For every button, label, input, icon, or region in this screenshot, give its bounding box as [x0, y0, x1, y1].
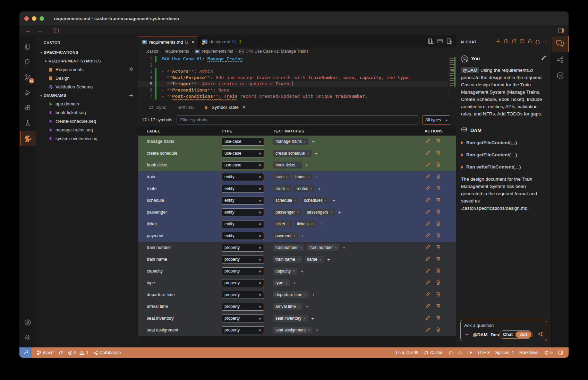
add-match-button[interactable]: + — [314, 151, 318, 156]
remove-match-icon[interactable]: × — [311, 222, 313, 226]
add-match-button[interactable]: + — [317, 186, 322, 191]
edit-symbol-icon[interactable] — [425, 280, 431, 286]
tool-call[interactable]: Ran writeFileContent(…) — [461, 163, 546, 171]
text-match-chip[interactable]: manage trains× — [273, 138, 308, 145]
remove-match-icon[interactable]: × — [304, 293, 306, 297]
delete-symbol-icon[interactable] — [436, 174, 441, 180]
close-tab-icon[interactable]: ✕ — [191, 40, 195, 45]
remove-match-icon[interactable]: × — [335, 246, 337, 250]
delete-symbol-icon[interactable] — [436, 315, 441, 321]
toggle-secondary-sidebar-icon[interactable] — [558, 28, 564, 33]
delete-symbol-icon[interactable] — [436, 221, 441, 227]
edit-symbol-icon[interactable] — [425, 185, 431, 192]
type-select[interactable]: property∨ — [222, 291, 264, 299]
edit-symbol-icon[interactable] — [425, 209, 431, 215]
castor-extension-icon[interactable] — [20, 131, 36, 146]
edit-symbol-icon[interactable] — [425, 327, 431, 333]
section-specifications[interactable]: ▾ SPECIFICATIONS — [36, 48, 138, 57]
type-select[interactable]: entity∨ — [222, 232, 264, 240]
text-match-chip[interactable]: tickets× — [295, 221, 315, 227]
delete-symbol-icon[interactable] — [436, 268, 441, 274]
edit-symbol-icon[interactable] — [425, 162, 431, 168]
add-match-button[interactable]: + — [315, 174, 319, 180]
text-match-chip[interactable]: passengers× — [304, 209, 335, 216]
text-match-chip[interactable]: route× — [273, 185, 291, 192]
type-select[interactable]: property∨ — [222, 256, 264, 264]
tool-call-args[interactable]: (…) — [513, 164, 521, 170]
add-match-button[interactable]: + — [326, 257, 331, 262]
eol-status[interactable]: LF — [468, 350, 472, 355]
code-braces-icon[interactable]: { } — [535, 40, 540, 44]
mention-label[interactable]: @DAM — [473, 332, 487, 337]
encoding-status[interactable]: UTF-8 — [478, 350, 490, 355]
code-editor[interactable]: 1### Use Case #1: Manage Trains23- **Act… — [138, 55, 456, 101]
text-match-chip[interactable]: seat assignment× — [273, 327, 312, 334]
text-match-chip[interactable]: trains× — [293, 173, 312, 180]
text-match-chip[interactable]: seat inventory× — [273, 315, 308, 322]
source-control-icon[interactable]: 10 — [20, 70, 36, 85]
close-panel-icon[interactable]: ✕ — [242, 105, 246, 110]
type-select[interactable]: property∨ — [222, 303, 264, 311]
edit-symbol-icon[interactable] — [425, 174, 431, 180]
tool-call[interactable]: Ran getFileContent(…) — [461, 151, 546, 158]
add-match-button[interactable]: + — [300, 269, 304, 274]
cursor-position[interactable]: Ln 5, Col 49 — [396, 350, 419, 355]
text-match-chip[interactable]: train× — [273, 173, 290, 180]
remove-match-icon[interactable]: × — [308, 328, 310, 332]
remove-match-icon[interactable]: × — [304, 140, 306, 144]
explorer-icon[interactable] — [20, 39, 36, 54]
delete-symbol-icon[interactable] — [436, 233, 441, 239]
delete-symbol-icon[interactable] — [436, 185, 441, 192]
remove-match-icon[interactable]: × — [297, 210, 299, 214]
remove-match-icon[interactable]: × — [310, 187, 313, 191]
add-match-button[interactable]: + — [318, 222, 322, 227]
open-changes-icon[interactable] — [428, 38, 434, 45]
remove-match-icon[interactable]: × — [297, 163, 299, 167]
edit-symbol-icon[interactable] — [425, 197, 431, 204]
remote-indicator[interactable] — [19, 347, 32, 358]
edit-message-icon[interactable] — [541, 55, 546, 62]
text-match-chip[interactable]: arrival time× — [273, 303, 302, 310]
text-match-chip[interactable]: routes× — [294, 185, 315, 192]
collaborate-status[interactable]: Collaborate — [93, 350, 121, 355]
attach-icon[interactable]: ＋ — [464, 331, 470, 338]
type-select[interactable]: property∨ — [222, 267, 264, 275]
branch-status[interactable]: main* — [37, 350, 54, 355]
node-action-icon[interactable] — [129, 67, 133, 72]
remove-match-icon[interactable]: × — [298, 305, 300, 309]
maximize-window-button[interactable] — [40, 16, 44, 21]
type-select[interactable]: property∨ — [222, 326, 264, 334]
agent-label[interactable]: Des — [491, 332, 499, 337]
type-select[interactable]: use-case∨ — [222, 138, 264, 146]
send-icon[interactable] — [537, 331, 543, 338]
remove-match-icon[interactable]: × — [297, 258, 299, 261]
type-select[interactable]: entity∨ — [222, 185, 264, 193]
add-match-button[interactable]: + — [311, 316, 315, 321]
type-select[interactable]: use-case∨ — [222, 149, 264, 157]
edit-symbol-icon[interactable] — [425, 292, 431, 298]
tool-call[interactable]: Ran getFileContent(…) — [461, 139, 546, 146]
new-chat-icon[interactable] — [496, 39, 501, 45]
layout-status-icon[interactable] — [558, 351, 563, 355]
tool-call-args[interactable]: (…) — [509, 140, 517, 145]
remove-match-icon[interactable]: × — [287, 187, 289, 191]
indent-status[interactable]: Spaces: 4 — [495, 350, 514, 355]
settings-gear-icon[interactable] — [20, 330, 36, 345]
add-match-button[interactable]: + — [305, 304, 309, 309]
panel-tab-terminal[interactable]: Terminal — [177, 105, 194, 110]
remove-match-icon[interactable]: × — [307, 152, 309, 155]
remove-match-icon[interactable]: × — [325, 199, 327, 202]
edit-symbol-icon[interactable] — [425, 244, 431, 251]
testing-icon[interactable] — [20, 115, 36, 131]
delete-symbol-icon[interactable] — [436, 197, 441, 204]
add-match-button[interactable]: + — [305, 163, 309, 168]
type-select[interactable]: entity∨ — [222, 220, 264, 228]
remove-match-icon[interactable]: × — [330, 210, 332, 214]
text-match-chip[interactable]: book ticket× — [273, 162, 302, 169]
text-match-chip[interactable]: trainnumber× — [273, 244, 304, 251]
mode-chat[interactable]: Chat — [503, 332, 513, 337]
edit-symbol-icon[interactable] — [425, 303, 431, 310]
filter-symbols-input[interactable] — [177, 115, 418, 124]
remove-match-icon[interactable]: × — [300, 246, 302, 250]
mode-toggle[interactable]: Chat Act — [499, 330, 532, 339]
